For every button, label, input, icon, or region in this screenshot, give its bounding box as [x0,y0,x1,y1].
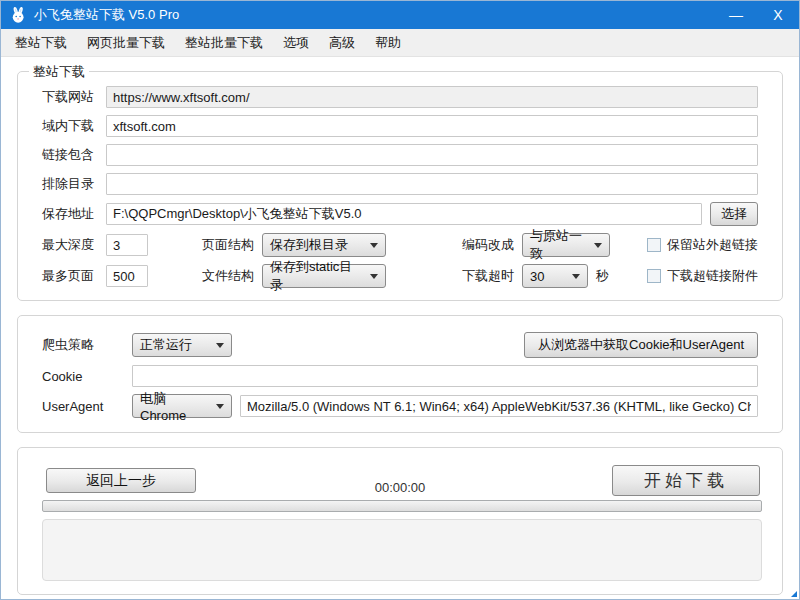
max-depth-input[interactable] [106,234,148,256]
download-log-area[interactable] [42,519,762,581]
chevron-down-icon [370,274,378,279]
save-path-label: 保存地址 [42,205,106,223]
save-path-input[interactable] [106,203,702,225]
timeout-unit: 秒 [596,267,609,285]
strategy-select[interactable]: 正常运行 [132,333,232,357]
strategy-value: 正常运行 [140,336,192,354]
max-depth-label: 最大深度 [42,236,106,254]
attachments-label: 下载超链接附件 [667,267,758,285]
row-depth-structure: 最大深度 页面结构 保存到根目录 编码改成 与原站一致 保留站外超链接 [42,233,758,257]
menu-help[interactable]: 帮助 [365,29,411,57]
exclude-dirs-label: 排除目录 [42,175,106,193]
row-strategy: 爬虫策略 正常运行 从浏览器中获取Cookie和UserAgent [42,332,758,358]
row-download-site: 下载网站 [42,86,758,108]
useragent-label: UserAgent [42,399,132,414]
chevron-down-icon [572,274,580,279]
download-site-label: 下载网站 [42,88,106,106]
row-pages-filestructure: 最多页面 文件结构 保存到static目录 下载超时 30 秒 下载超链接附件 [42,264,758,288]
titlebar: 小飞兔整站下载 V5.0 Pro — X [1,1,799,29]
file-structure-select[interactable]: 保存到static目录 [262,264,386,288]
cookie-input[interactable] [132,365,758,387]
encoding-label: 编码改成 [462,236,522,254]
page-structure-select[interactable]: 保存到根目录 [262,233,386,257]
menu-batch-site-download[interactable]: 整站批量下载 [175,29,273,57]
strategy-label: 爬虫策略 [42,336,132,354]
group-site-settings: 整站下载 下载网站 域内下载 链接包含 排除目录 保存地址 选择 最大深度 页面… [17,71,783,301]
link-contains-label: 链接包含 [42,146,106,164]
menu-options[interactable]: 选项 [273,29,319,57]
minimize-button[interactable]: — [715,1,757,29]
cookie-label: Cookie [42,369,132,384]
group-actions: 返回上一步 00:00:00 开始下载 [17,447,783,595]
encoding-select[interactable]: 与原站一致 [522,233,610,257]
keep-external-checkbox[interactable] [647,238,661,252]
main-content: 整站下载 下载网站 域内下载 链接包含 排除目录 保存地址 选择 最大深度 页面… [1,57,799,595]
row-cookie: Cookie [42,365,758,387]
group-crawler-settings: 爬虫策略 正常运行 从浏览器中获取Cookie和UserAgent Cookie… [17,315,783,433]
max-pages-label: 最多页面 [42,267,106,285]
timeout-select[interactable]: 30 [522,264,588,288]
row-save-path: 保存地址 选择 [42,202,758,226]
keep-external-checkbox-wrap: 保留站外超链接 [647,236,758,254]
page-structure-label: 页面结构 [202,236,262,254]
close-button[interactable]: X [757,1,799,29]
exclude-dirs-input[interactable] [106,173,758,195]
chevron-down-icon [594,243,602,248]
window-resize-grip[interactable] [791,591,797,597]
keep-external-label: 保留站外超链接 [667,236,758,254]
window-controls: — X [715,1,799,29]
chevron-down-icon [216,343,224,348]
useragent-preset-select[interactable]: 电脑Chrome [132,394,232,418]
domain-label: 域内下载 [42,117,106,135]
chevron-down-icon [370,243,378,248]
menu-whole-site-download[interactable]: 整站下载 [5,29,77,57]
row-link-contains: 链接包含 [42,144,758,166]
menu-advanced[interactable]: 高级 [319,29,365,57]
fetch-cookie-useragent-button[interactable]: 从浏览器中获取Cookie和UserAgent [524,332,758,358]
rabbit-app-icon [9,6,27,24]
row-exclude-dirs: 排除目录 [42,173,758,195]
file-structure-label: 文件结构 [202,267,262,285]
link-contains-input[interactable] [106,144,758,166]
timeout-label: 下载超时 [462,267,522,285]
start-download-button[interactable]: 开始下载 [612,465,760,496]
browse-button[interactable]: 选择 [710,202,758,226]
download-progressbar [42,500,762,512]
page-structure-value: 保存到根目录 [270,236,348,254]
chevron-down-icon [216,404,224,409]
app-window: { "window": { "title": "小飞兔整站下载 V5.0 Pro… [0,0,800,600]
row-domain: 域内下载 [42,115,758,137]
attachments-checkbox[interactable] [647,269,661,283]
menubar: 整站下载 网页批量下载 整站批量下载 选项 高级 帮助 [1,29,799,57]
attachments-checkbox-wrap: 下载超链接附件 [647,267,758,285]
timeout-value: 30 [530,269,544,284]
useragent-input[interactable] [240,395,758,417]
menu-batch-page-download[interactable]: 网页批量下载 [77,29,175,57]
file-structure-value: 保存到static目录 [270,258,364,294]
row-useragent: UserAgent 电脑Chrome [42,394,758,418]
useragent-preset-value: 电脑Chrome [140,390,210,423]
window-title: 小飞兔整站下载 V5.0 Pro [34,6,179,24]
domain-input[interactable] [106,115,758,137]
group-site-settings-title: 整站下载 [29,63,89,81]
download-site-input[interactable] [106,86,758,108]
max-pages-input[interactable] [106,265,148,287]
encoding-value: 与原站一致 [530,227,588,263]
